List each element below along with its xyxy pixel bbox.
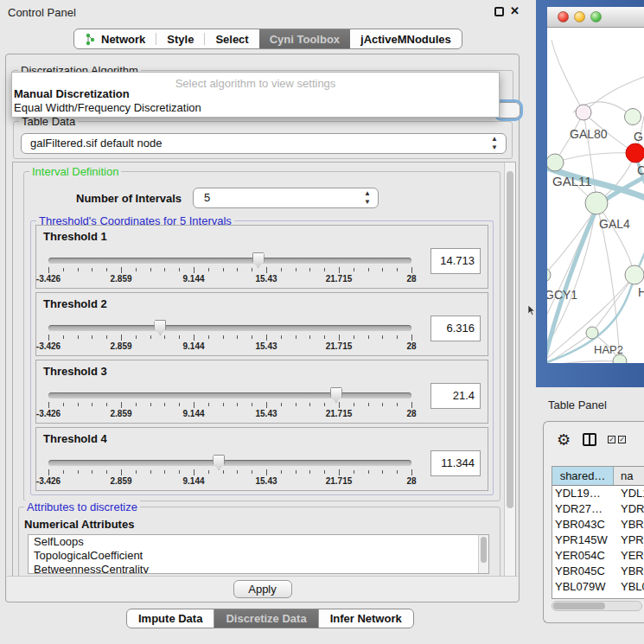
cell-shared-name[interactable]: YLR345W xyxy=(552,595,614,599)
threshold-slider[interactable]: -3.4262.8599.14415.4321.71528 xyxy=(47,457,413,488)
slider-tick xyxy=(397,335,398,339)
cell-shared-name[interactable]: YBR043C xyxy=(552,517,614,532)
node-gal4[interactable] xyxy=(585,192,608,214)
attribute-list-item[interactable]: TopologicalCoefficient xyxy=(29,549,488,563)
slider-tick xyxy=(339,402,340,408)
slider-tick xyxy=(121,402,122,408)
cell-name[interactable]: YDL1 xyxy=(614,486,644,501)
slider-tick xyxy=(78,268,79,271)
slider-tick xyxy=(309,470,310,474)
threshold-value-field[interactable]: 6.316 xyxy=(430,316,481,341)
attributes-group-label: Attributes to discretize xyxy=(24,501,140,513)
threshold-value-field[interactable]: 11.344 xyxy=(430,450,481,476)
slider-tick xyxy=(237,335,238,339)
apply-button[interactable]: Apply xyxy=(233,580,292,598)
slider-tick xyxy=(179,268,180,271)
table-row[interactable]: YLR345WYLR3 xyxy=(552,595,644,599)
table-row[interactable]: YDL19…YDL1 xyxy=(552,486,644,501)
threshold-slider[interactable]: -3.4262.8599.14415.4321.71528 xyxy=(47,322,413,354)
slider-track[interactable] xyxy=(48,325,411,331)
tab-network[interactable]: Network xyxy=(74,29,156,48)
table-row[interactable]: YPR145WYPR1 xyxy=(552,532,644,548)
node-table: shared… na YDL19…YDL1YDR27…YDR2YBR043CYB… xyxy=(552,466,644,599)
node-h[interactable] xyxy=(625,265,644,284)
spinner-arrows-icon[interactable]: ▲▼ xyxy=(364,189,371,207)
number-of-intervals-spinner[interactable]: 5 ▲▼ xyxy=(193,188,379,208)
slider-track[interactable] xyxy=(48,392,411,399)
cell-shared-name[interactable]: YPR145W xyxy=(552,532,614,548)
algorithm-option-equal-width[interactable]: Equal Width/Frequency Discretization xyxy=(12,101,499,115)
table-row[interactable]: YBR043CYBR0 xyxy=(552,517,644,532)
cell-shared-name[interactable]: YDL19… xyxy=(552,486,614,501)
attributes-list-scrollbar[interactable] xyxy=(478,535,488,573)
screen: Control Panel ✕ Network Style Select Cyn… xyxy=(0,0,644,644)
columns-icon[interactable] xyxy=(583,433,596,446)
slider-track[interactable] xyxy=(48,460,411,466)
tab-impute-data[interactable]: Impute Data xyxy=(127,609,214,628)
scrollbar-thumb[interactable] xyxy=(553,603,605,609)
close-traffic-light-icon[interactable] xyxy=(558,11,569,22)
node-gcy1[interactable] xyxy=(547,268,551,282)
network-canvas[interactable]: GAL80 G. C GAL11 GAL4 GCY1 H HAP2 xyxy=(547,28,644,363)
checkbox-icon[interactable]: ✓ xyxy=(618,436,626,443)
table-row[interactable]: YER054CYER0 xyxy=(552,548,644,564)
scrollbar-thumb[interactable] xyxy=(507,171,513,508)
attribute-list-item[interactable]: SelfLoops xyxy=(29,535,488,549)
slider-track[interactable] xyxy=(48,258,411,264)
settings-vertical-scrollbar[interactable] xyxy=(504,163,515,577)
numerical-attributes-list[interactable]: SelfLoopsTopologicalCoefficientBetweenne… xyxy=(28,534,489,574)
attribute-list-item[interactable]: BetweennessCentrality xyxy=(29,563,488,574)
threshold-value-field[interactable]: 14.713 xyxy=(430,248,481,274)
slider-tick xyxy=(223,268,224,271)
cell-name[interactable]: YER0 xyxy=(614,548,644,564)
tab-style[interactable]: Style xyxy=(156,29,204,48)
slider-tick xyxy=(179,403,180,406)
tab-select[interactable]: Select xyxy=(205,29,258,48)
threshold-slider[interactable]: -3.4262.8599.14415.4321.71528 xyxy=(47,255,413,286)
column-header-shared-name[interactable]: shared… xyxy=(552,467,614,485)
threshold-panel-3: Threshold 3-3.4262.8599.14415.4321.71528… xyxy=(35,360,488,424)
node-gal11[interactable] xyxy=(547,154,564,171)
minimize-traffic-light-icon[interactable] xyxy=(574,11,585,22)
slider-tick xyxy=(194,267,194,273)
cell-name[interactable]: YPR1 xyxy=(614,532,644,548)
cell-name[interactable]: YBR0 xyxy=(614,517,644,532)
table-row[interactable]: YBR045CYBR0 xyxy=(552,564,644,579)
table-row[interactable]: YDR27…YDR2 xyxy=(552,501,644,517)
threshold-value-field[interactable]: 21.4 xyxy=(430,383,481,409)
slider-tick xyxy=(106,335,107,339)
zoom-traffic-light-icon[interactable] xyxy=(590,11,602,22)
label-gcy1: GCY1 xyxy=(547,288,577,302)
cell-name[interactable]: YBL0 xyxy=(614,579,644,595)
combobox-arrows-icon[interactable]: ▲▼ xyxy=(491,135,498,152)
cell-shared-name[interactable]: YBR045C xyxy=(552,564,614,579)
cell-name[interactable]: YLR3 xyxy=(614,595,644,599)
close-icon[interactable]: ✕ xyxy=(510,4,520,17)
tab-cyni-toolbox-selected[interactable]: Cyni Toolbox xyxy=(259,29,350,48)
slider-tick xyxy=(411,402,412,408)
tab-jactivemnodules[interactable]: jActiveMNodules xyxy=(350,29,462,48)
node-top-right[interactable] xyxy=(625,109,641,125)
column-header-name[interactable]: na xyxy=(614,467,644,485)
cell-name[interactable]: YBR0 xyxy=(614,564,644,579)
slider-tick xyxy=(382,268,383,271)
cell-shared-name[interactable]: YBL079W xyxy=(552,579,614,595)
cell-shared-name[interactable]: YER054C xyxy=(552,548,614,564)
node-gal80[interactable] xyxy=(576,105,591,120)
gear-icon[interactable]: ⚙ xyxy=(557,430,571,450)
table-horizontal-scrollbar[interactable] xyxy=(552,601,642,611)
network-window-titlebar[interactable] xyxy=(547,7,644,28)
tab-infer-network[interactable]: Infer Network xyxy=(318,609,413,628)
tick-label: 15.43 xyxy=(243,476,290,486)
checkbox-icon[interactable]: ✓ xyxy=(608,436,615,443)
float-window-icon[interactable] xyxy=(494,7,504,16)
slider-tick xyxy=(208,268,209,271)
threshold-slider[interactable]: -3.4262.8599.14415.4321.71528 xyxy=(47,390,413,421)
table-data-combobox[interactable]: galFiltered.sif default node ▲▼ xyxy=(21,133,507,154)
table-row[interactable]: YBL079WYBL0 xyxy=(552,579,644,595)
cell-name[interactable]: YDR2 xyxy=(614,501,644,517)
tab-discretize-data-selected[interactable]: Discretize Data xyxy=(214,609,317,628)
node-selected-red[interactable] xyxy=(626,143,644,163)
cell-shared-name[interactable]: YDR27… xyxy=(552,501,614,517)
node-hap2[interactable] xyxy=(586,327,598,339)
